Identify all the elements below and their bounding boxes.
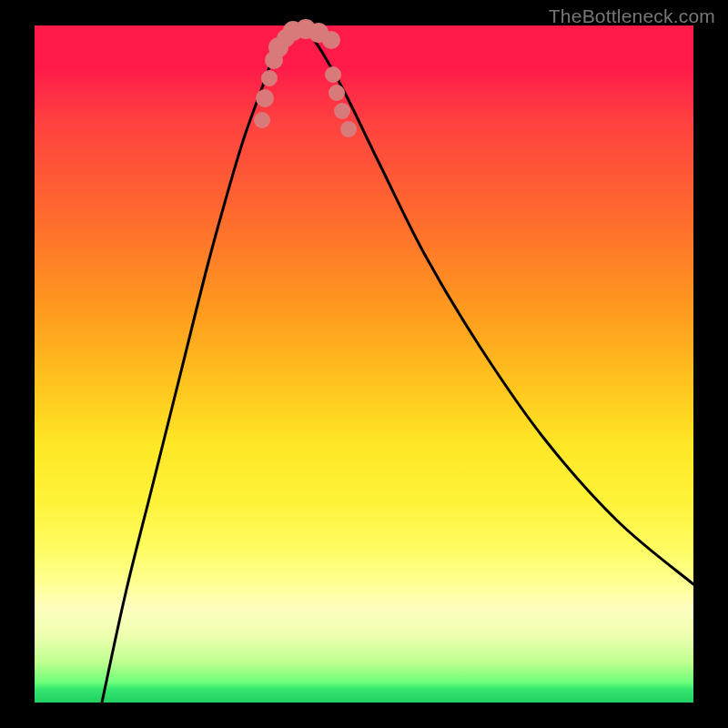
data-marker xyxy=(261,70,278,86)
bottleneck-curve xyxy=(102,25,693,703)
plot-area xyxy=(35,25,693,703)
data-marker xyxy=(325,66,341,83)
chart-svg xyxy=(35,25,693,703)
data-marker xyxy=(256,89,274,107)
data-marker xyxy=(340,121,357,137)
data-markers xyxy=(254,19,357,137)
data-marker xyxy=(334,103,350,119)
data-marker xyxy=(254,112,270,128)
data-marker xyxy=(329,85,345,101)
chart-frame: TheBottleneck.com xyxy=(0,0,728,728)
watermark-text: TheBottleneck.com xyxy=(549,5,715,27)
data-marker xyxy=(322,31,340,49)
